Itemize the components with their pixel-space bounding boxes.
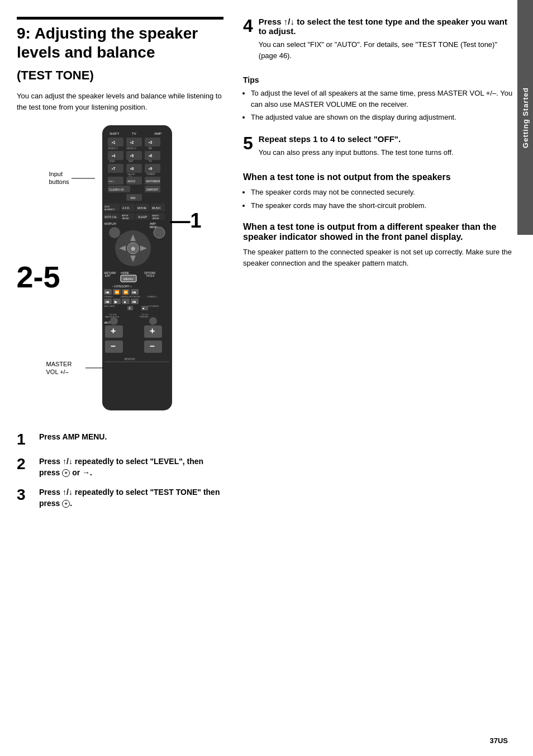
- section-different-speaker-body: The speaker pattern to the connected spe…: [243, 247, 513, 268]
- callout-25: 2-5: [17, 259, 60, 294]
- svg-text:•-/--: •-/--: [109, 179, 115, 183]
- svg-text:⏭: ⏭: [132, 290, 136, 294]
- svg-rect-10: [145, 138, 160, 147]
- svg-text:⏩: ⏩: [123, 290, 129, 295]
- svg-text:MUSIC: MUSIC: [152, 206, 161, 210]
- chapter-title-block: 9: Adjusting the speakerlevels and balan…: [17, 17, 223, 62]
- step-5-heading: Repeat steps 1 to 4 to select "OFF".: [259, 134, 513, 144]
- step-2-text: Press ↑/↓ repeatedly to select "LEVEL", …: [39, 456, 223, 478]
- section-not-output: When a test tone is not output from the …: [243, 172, 513, 211]
- svg-text:MODE: MODE: [122, 217, 129, 220]
- svg-text:SAT: SAT: [129, 160, 134, 163]
- input-arrow: [72, 174, 99, 185]
- svg-text:•HOME: •HOME: [121, 272, 129, 275]
- svg-rect-26: [126, 164, 142, 173]
- page-container: Getting Started 9: Adjusting the speaker…: [0, 0, 533, 756]
- svg-text:⏮: ⏮: [106, 290, 110, 294]
- svg-text:MOVIE: MOVIE: [137, 206, 147, 210]
- svg-text:TV: TV: [132, 132, 136, 135]
- svg-text:MENU: MENU: [123, 277, 134, 281]
- svg-point-118: [110, 317, 118, 325]
- svg-text:CATEGORY MODE: CATEGORY MODE: [121, 295, 140, 298]
- svg-text:BD: BD: [149, 147, 153, 150]
- bullet-item-2: The speaker cords may have the short-cir…: [251, 200, 513, 211]
- svg-text:⏺: ⏺: [123, 300, 126, 304]
- svg-text:TUNER: TUNER: [146, 173, 155, 176]
- svg-text:⊕: ⊕: [131, 245, 135, 252]
- side-tab: Getting Started: [517, 0, 533, 235]
- tip-item-2: The adjusted value are shown on the disp…: [251, 112, 513, 123]
- svg-text:VIDEO 2: VIDEO 2: [126, 147, 136, 150]
- svg-rect-15: [108, 151, 123, 160]
- step-1: 1 Press AMP MENU.: [17, 432, 223, 447]
- svg-text:•7: •7: [112, 167, 115, 171]
- chapter-subtitle: (TEST TONE): [17, 68, 223, 83]
- svg-point-75: [109, 227, 120, 238]
- master-arrow: [85, 363, 108, 375]
- label-input-buttons: Inputbuttons: [49, 170, 69, 186]
- main-content: 9: Adjusting the speakerlevels and balan…: [0, 0, 533, 756]
- step-5: 5 Repeat steps 1 to 4 to select "OFF". Y…: [243, 134, 513, 162]
- svg-text:•8: •8: [130, 167, 134, 171]
- step-2-number: 2: [17, 456, 35, 472]
- step-2: 2 Press ↑/↓ repeatedly to select "LEVEL"…: [17, 456, 223, 478]
- step-4-content: Press ↑/↓ to select the test tone type a…: [259, 17, 513, 64]
- svg-text:DVD: DVD: [110, 160, 115, 163]
- step-1-number: 1: [17, 432, 35, 447]
- svg-text:⏸: ⏸: [129, 306, 131, 310]
- svg-text:DMPORT: DMPORT: [146, 188, 159, 191]
- svg-text:+: +: [150, 326, 155, 336]
- svg-text:TUNING +: TUNING +: [147, 295, 158, 298]
- step-5-content: Repeat steps 1 to 4 to select "OFF". You…: [259, 134, 513, 162]
- left-column: 9: Adjusting the speakerlevels and balan…: [17, 17, 235, 739]
- svg-text:•3: •3: [149, 140, 152, 144]
- step-5-number: 5: [243, 134, 253, 152]
- svg-text:A.F.D.: A.F.D.: [122, 206, 130, 210]
- svg-text:BD/DVD: BD/DVD: [125, 357, 135, 361]
- svg-rect-19: [145, 151, 160, 160]
- svg-text:SHIFT: SHIFT: [110, 132, 120, 135]
- bullet-item-1: The speaker cords may not be connected s…: [251, 187, 513, 198]
- section-not-output-heading: When a test tone is not output from the …: [243, 172, 513, 182]
- step-4-body: You can select "FIX" or "AUTO". For deta…: [259, 39, 513, 61]
- svg-text:XM: XM: [130, 196, 135, 200]
- tip-item-1: To adjust the level of all speakers at t…: [251, 88, 513, 110]
- tips-list: To adjust the level of all speakers at t…: [243, 88, 513, 123]
- svg-point-67: [154, 227, 165, 238]
- step-4-number: 4: [243, 17, 253, 35]
- svg-text:CLEAR/>10: CLEAR/>10: [109, 188, 124, 191]
- tips-title: Tips: [243, 75, 513, 84]
- svg-rect-8: [126, 138, 142, 147]
- svg-text:•DISPLAY: •DISPLAY: [104, 222, 117, 225]
- step-3: 3 Press ↑/↓ repeatedly to select "TEST T…: [17, 487, 223, 509]
- svg-text:AUTO CAL: AUTO CAL: [104, 216, 117, 219]
- svg-text:+: +: [111, 326, 116, 336]
- svg-text:⏮: ⏮: [106, 300, 110, 304]
- svg-text:MODE: MODE: [153, 217, 159, 220]
- svg-rect-17: [126, 151, 142, 160]
- svg-text:AMP: AMP: [154, 132, 161, 135]
- section-different-speaker-heading: When a test tone is output from a differ…: [243, 222, 513, 242]
- svg-text:A.DIRECT: A.DIRECT: [104, 208, 115, 211]
- svg-text:– CATEGORY +: – CATEGORY +: [112, 285, 132, 288]
- svg-text:VIDEO 1: VIDEO 1: [108, 147, 118, 150]
- intro-text: You can adjust the speaker levels and ba…: [17, 91, 223, 112]
- svg-point-119: [149, 317, 157, 325]
- svg-text:TOOLS: TOOLS: [146, 275, 154, 277]
- step-5-body: You can also press any input buttons. Th…: [259, 147, 513, 158]
- step-3-text: Press ↑/↓ repeatedly to select "TEST TON…: [39, 487, 223, 509]
- svg-text:■: ■: [142, 306, 144, 310]
- svg-text:•ENT/MEM: •ENT/MEM: [146, 179, 160, 183]
- chapter-title: 9: Adjusting the speakerlevels and balan…: [17, 24, 223, 62]
- section-different-speaker: When a test tone is output from a differ…: [243, 222, 513, 268]
- callout-1: —1: [170, 209, 201, 233]
- remote-diagram: Inputbuttons MASTERVOL +/–: [17, 122, 223, 420]
- svg-text:•2: •2: [130, 140, 134, 144]
- svg-text:•4: •4: [112, 154, 115, 158]
- right-column: 4 Press ↑/↓ to select the test tone type…: [235, 17, 513, 739]
- page-number: 37US: [489, 736, 508, 745]
- svg-text:•9: •9: [149, 167, 152, 171]
- step-1-text: Press AMP MENU.: [39, 432, 223, 443]
- side-tab-label: Getting Started: [521, 87, 530, 148]
- svg-text:–: –: [150, 341, 155, 351]
